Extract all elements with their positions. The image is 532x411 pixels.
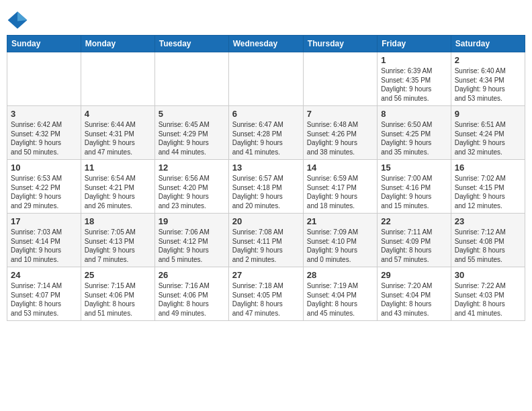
- day-number: 10: [11, 163, 77, 173]
- svg-marker-1: [17, 11, 27, 21]
- calendar-cell: 30Sunrise: 7:22 AM Sunset: 4:03 PM Dayli…: [451, 267, 525, 321]
- calendar-cell: [228, 52, 303, 106]
- calendar-cell: 5Sunrise: 6:45 AM Sunset: 4:29 PM Daylig…: [154, 106, 228, 160]
- day-number: 14: [307, 163, 373, 173]
- day-number: 17: [11, 216, 77, 226]
- day-info: Sunrise: 6:39 AM Sunset: 4:35 PM Dayligh…: [381, 66, 447, 103]
- day-info: Sunrise: 6:57 AM Sunset: 4:18 PM Dayligh…: [232, 174, 300, 210]
- day-info: Sunrise: 7:09 AM Sunset: 4:10 PM Dayligh…: [307, 228, 373, 264]
- calendar-cell: [154, 52, 228, 106]
- day-number: 3: [11, 109, 77, 119]
- calendar-week-2: 3Sunrise: 6:42 AM Sunset: 4:32 PM Daylig…: [7, 106, 525, 160]
- day-info: Sunrise: 6:59 AM Sunset: 4:17 PM Dayligh…: [307, 174, 373, 210]
- day-info: Sunrise: 6:47 AM Sunset: 4:28 PM Dayligh…: [232, 120, 300, 156]
- day-number: 24: [11, 270, 77, 280]
- calendar-cell: 9Sunrise: 6:51 AM Sunset: 4:24 PM Daylig…: [451, 106, 525, 160]
- day-info: Sunrise: 7:12 AM Sunset: 4:08 PM Dayligh…: [455, 228, 521, 264]
- weekday-header-tuesday: Tuesday: [154, 36, 228, 52]
- calendar-cell: 11Sunrise: 6:54 AM Sunset: 4:21 PM Dayli…: [81, 160, 154, 214]
- day-info: Sunrise: 6:40 AM Sunset: 4:34 PM Dayligh…: [455, 66, 521, 103]
- day-info: Sunrise: 6:48 AM Sunset: 4:26 PM Dayligh…: [307, 120, 373, 156]
- logo-icon: [7, 9, 28, 31]
- day-number: 5: [159, 109, 225, 119]
- day-info: Sunrise: 7:15 AM Sunset: 4:06 PM Dayligh…: [85, 281, 151, 318]
- calendar-week-4: 17Sunrise: 7:03 AM Sunset: 4:14 PM Dayli…: [7, 214, 525, 267]
- logo: [7, 9, 31, 31]
- day-number: 7: [307, 109, 373, 119]
- calendar-cell: 12Sunrise: 6:56 AM Sunset: 4:20 PM Dayli…: [154, 160, 228, 214]
- day-number: 8: [381, 109, 447, 119]
- day-number: 19: [159, 216, 225, 226]
- day-info: Sunrise: 6:51 AM Sunset: 4:24 PM Dayligh…: [455, 120, 521, 156]
- calendar-cell: 22Sunrise: 7:11 AM Sunset: 4:09 PM Dayli…: [378, 214, 451, 267]
- day-info: Sunrise: 7:16 AM Sunset: 4:06 PM Dayligh…: [159, 281, 225, 318]
- calendar-cell: 17Sunrise: 7:03 AM Sunset: 4:14 PM Dayli…: [7, 214, 81, 267]
- day-info: Sunrise: 7:22 AM Sunset: 4:03 PM Dayligh…: [455, 281, 521, 318]
- day-number: 1: [381, 55, 447, 65]
- weekday-header-sunday: Sunday: [7, 36, 81, 52]
- day-info: Sunrise: 7:18 AM Sunset: 4:05 PM Dayligh…: [232, 281, 300, 318]
- calendar-cell: 29Sunrise: 7:20 AM Sunset: 4:04 PM Dayli…: [378, 267, 451, 321]
- day-number: 2: [455, 55, 521, 65]
- calendar-cell: 20Sunrise: 7:08 AM Sunset: 4:11 PM Dayli…: [228, 214, 303, 267]
- day-number: 27: [232, 270, 300, 280]
- calendar-cell: 26Sunrise: 7:16 AM Sunset: 4:06 PM Dayli…: [154, 267, 228, 321]
- day-info: Sunrise: 6:45 AM Sunset: 4:29 PM Dayligh…: [159, 120, 225, 156]
- calendar-cell: 2Sunrise: 6:40 AM Sunset: 4:34 PM Daylig…: [451, 52, 525, 106]
- day-info: Sunrise: 7:08 AM Sunset: 4:11 PM Dayligh…: [232, 228, 300, 264]
- day-number: 4: [85, 109, 151, 119]
- day-number: 29: [381, 270, 447, 280]
- day-info: Sunrise: 6:42 AM Sunset: 4:32 PM Dayligh…: [11, 120, 77, 156]
- day-number: 21: [307, 216, 373, 226]
- calendar-cell: 6Sunrise: 6:47 AM Sunset: 4:28 PM Daylig…: [228, 106, 303, 160]
- day-info: Sunrise: 6:56 AM Sunset: 4:20 PM Dayligh…: [159, 174, 225, 210]
- weekday-header-wednesday: Wednesday: [228, 36, 303, 52]
- day-info: Sunrise: 7:05 AM Sunset: 4:13 PM Dayligh…: [85, 228, 151, 264]
- day-info: Sunrise: 6:54 AM Sunset: 4:21 PM Dayligh…: [85, 174, 151, 210]
- day-number: 11: [85, 163, 151, 173]
- day-number: 9: [455, 109, 521, 119]
- weekday-header-monday: Monday: [81, 36, 154, 52]
- calendar-cell: [303, 52, 377, 106]
- calendar-week-3: 10Sunrise: 6:53 AM Sunset: 4:22 PM Dayli…: [7, 160, 525, 214]
- calendar-cell: 25Sunrise: 7:15 AM Sunset: 4:06 PM Dayli…: [81, 267, 154, 321]
- calendar-cell: 3Sunrise: 6:42 AM Sunset: 4:32 PM Daylig…: [7, 106, 81, 160]
- day-number: 23: [455, 216, 521, 226]
- day-info: Sunrise: 6:44 AM Sunset: 4:31 PM Dayligh…: [85, 120, 151, 156]
- calendar-cell: 10Sunrise: 6:53 AM Sunset: 4:22 PM Dayli…: [7, 160, 81, 214]
- day-info: Sunrise: 6:50 AM Sunset: 4:25 PM Dayligh…: [381, 120, 447, 156]
- day-number: 13: [232, 163, 300, 173]
- calendar-cell: 15Sunrise: 7:00 AM Sunset: 4:16 PM Dayli…: [378, 160, 451, 214]
- day-info: Sunrise: 7:03 AM Sunset: 4:14 PM Dayligh…: [11, 228, 77, 264]
- day-info: Sunrise: 7:00 AM Sunset: 4:16 PM Dayligh…: [381, 174, 447, 210]
- day-info: Sunrise: 7:06 AM Sunset: 4:12 PM Dayligh…: [159, 228, 225, 264]
- day-number: 25: [85, 270, 151, 280]
- day-number: 12: [159, 163, 225, 173]
- weekday-header-thursday: Thursday: [303, 36, 377, 52]
- calendar-cell: [81, 52, 154, 106]
- day-number: 22: [381, 216, 447, 226]
- day-number: 30: [455, 270, 521, 280]
- calendar-cell: 4Sunrise: 6:44 AM Sunset: 4:31 PM Daylig…: [81, 106, 154, 160]
- day-number: 26: [159, 270, 225, 280]
- day-number: 16: [455, 163, 521, 173]
- calendar-week-1: 1Sunrise: 6:39 AM Sunset: 4:35 PM Daylig…: [7, 52, 525, 106]
- day-number: 15: [381, 163, 447, 173]
- calendar-cell: 27Sunrise: 7:18 AM Sunset: 4:05 PM Dayli…: [228, 267, 303, 321]
- page-header: [7, 7, 525, 31]
- day-info: Sunrise: 7:02 AM Sunset: 4:15 PM Dayligh…: [455, 174, 521, 210]
- day-number: 18: [85, 216, 151, 226]
- day-number: 20: [232, 216, 300, 226]
- day-info: Sunrise: 7:19 AM Sunset: 4:04 PM Dayligh…: [307, 281, 373, 318]
- calendar-cell: 21Sunrise: 7:09 AM Sunset: 4:10 PM Dayli…: [303, 214, 377, 267]
- day-info: Sunrise: 6:53 AM Sunset: 4:22 PM Dayligh…: [11, 174, 77, 210]
- calendar-cell: 14Sunrise: 6:59 AM Sunset: 4:17 PM Dayli…: [303, 160, 377, 214]
- day-number: 28: [307, 270, 373, 280]
- day-info: Sunrise: 7:20 AM Sunset: 4:04 PM Dayligh…: [381, 281, 447, 318]
- calendar-cell: [7, 52, 81, 106]
- day-info: Sunrise: 7:11 AM Sunset: 4:09 PM Dayligh…: [381, 228, 447, 264]
- calendar-table: SundayMondayTuesdayWednesdayThursdayFrid…: [7, 35, 525, 321]
- calendar-cell: 8Sunrise: 6:50 AM Sunset: 4:25 PM Daylig…: [378, 106, 451, 160]
- calendar-cell: 19Sunrise: 7:06 AM Sunset: 4:12 PM Dayli…: [154, 214, 228, 267]
- calendar-cell: 23Sunrise: 7:12 AM Sunset: 4:08 PM Dayli…: [451, 214, 525, 267]
